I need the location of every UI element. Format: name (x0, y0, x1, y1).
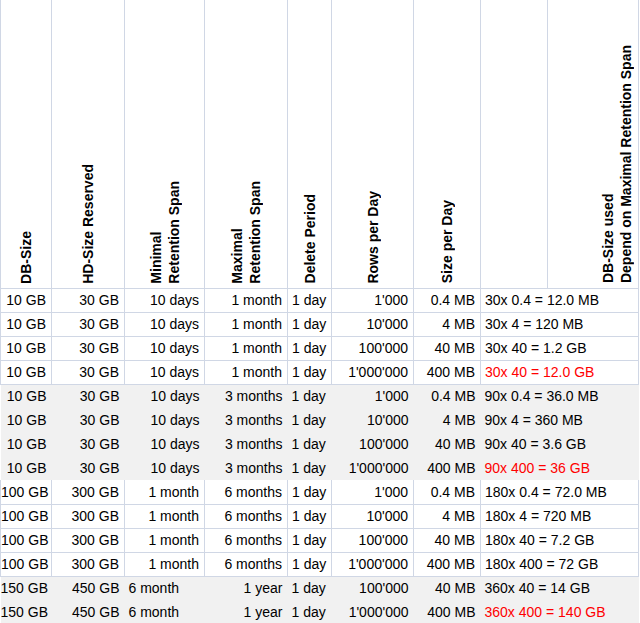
cell-minimal-retention-span: 1 month (125, 480, 205, 504)
table-row: 10 GB30 GB10 days3 months1 day10'0004 MB… (1, 408, 639, 432)
column-header-label: DB-Size used Depend on Maximal Retention… (599, 45, 635, 283)
table-row: 10 GB30 GB10 days3 months1 day100'00040 … (1, 432, 639, 456)
cell-maximal-retention-span: 6 months (205, 528, 288, 552)
cell-maximal-retention-span: 6 months (205, 480, 288, 504)
cell-db-size: 10 GB (1, 456, 52, 480)
cell-db-size: 10 GB (1, 336, 52, 360)
column-header-label: HD-Size Reserved (79, 164, 97, 284)
cell-size-per-day: 40 MB (414, 336, 481, 360)
cell-hd-size-reserved: 30 GB (52, 456, 125, 480)
table-header-row: DB-Size HD-Size Reserved Minimal Retenti… (1, 0, 639, 288)
cell-db-size: 100 GB (1, 528, 52, 552)
cell-rows-per-day: 1'000 (332, 480, 414, 504)
cell-maximal-retention-span: 3 months (205, 408, 288, 432)
cell-db-size-used: 30x 0.4 = 12.0 MB (481, 288, 639, 312)
cell-db-size: 10 GB (1, 360, 52, 384)
column-header-db-size: DB-Size (1, 0, 52, 288)
cell-rows-per-day: 100'000 (332, 528, 414, 552)
cell-db-size: 10 GB (1, 432, 52, 456)
cell-size-per-day: 4 MB (414, 408, 481, 432)
cell-maximal-retention-span: 1 month (205, 336, 288, 360)
cell-maximal-retention-span: 3 months (205, 456, 288, 480)
cell-size-per-day: 400 MB (414, 600, 481, 623)
column-header-label: Minimal Retention Span (147, 181, 183, 284)
cell-hd-size-reserved: 450 GB (52, 576, 125, 600)
column-header-size-per-day: Size per Day (414, 0, 481, 288)
cell-size-per-day: 40 MB (414, 528, 481, 552)
cell-size-per-day: 400 MB (414, 456, 481, 480)
column-header-label: Rows per Day (364, 191, 382, 284)
cell-delete-period: 1 day (288, 288, 332, 312)
cell-db-size-used: 180x 4 = 720 MB (481, 504, 639, 528)
column-header-delete-period: Delete Period (288, 0, 332, 288)
cell-db-size-used: 180x 400 = 72 GB (481, 552, 639, 576)
table-row: 150 GB450 GB6 month1 year1 day1'000'0004… (1, 600, 639, 623)
column-header-label: Delete Period (301, 194, 319, 283)
table-row: 10 GB30 GB10 days1 month1 day1'0000.4 MB… (1, 288, 639, 312)
table-row: 150 GB450 GB6 month1 year1 day100'00040 … (1, 576, 639, 600)
column-header-rows-per-day: Rows per Day (332, 0, 414, 288)
table-row: 10 GB30 GB10 days1 month1 day10'0004 MB3… (1, 312, 639, 336)
cell-delete-period: 1 day (288, 432, 332, 456)
cell-hd-size-reserved: 450 GB (52, 600, 125, 623)
cell-rows-per-day: 1'000 (332, 288, 414, 312)
cell-db-size-used: 180x 0.4 = 72.0 MB (481, 480, 639, 504)
cell-delete-period: 1 day (288, 456, 332, 480)
cell-maximal-retention-span: 1 year (205, 576, 288, 600)
table-row: 10 GB30 GB10 days1 month1 day1'000'00040… (1, 360, 639, 384)
cell-size-per-day: 400 MB (414, 552, 481, 576)
cell-rows-per-day: 10'000 (332, 408, 414, 432)
table-row: 100 GB300 GB1 month6 months1 day10'0004 … (1, 504, 639, 528)
cell-db-size-used: 30x 40 = 12.0 GB (481, 360, 639, 384)
cell-delete-period: 1 day (288, 384, 332, 408)
column-header-label: Maximal Retention Span (228, 181, 264, 284)
cell-maximal-retention-span: 6 months (205, 504, 288, 528)
cell-size-per-day: 4 MB (414, 312, 481, 336)
cell-rows-per-day: 100'000 (332, 576, 414, 600)
cell-maximal-retention-span: 6 months (205, 552, 288, 576)
cell-maximal-retention-span: 1 month (205, 360, 288, 384)
cell-minimal-retention-span: 10 days (125, 312, 205, 336)
cell-minimal-retention-span: 10 days (125, 336, 205, 360)
cell-delete-period: 1 day (288, 480, 332, 504)
cell-minimal-retention-span: 6 month (125, 600, 205, 623)
cell-maximal-retention-span: 3 months (205, 432, 288, 456)
cell-rows-per-day: 1'000'000 (332, 456, 414, 480)
table-row: 100 GB300 GB1 month6 months1 day100'0004… (1, 528, 639, 552)
cell-rows-per-day: 100'000 (332, 432, 414, 456)
cell-minimal-retention-span: 1 month (125, 552, 205, 576)
cell-db-size: 100 GB (1, 480, 52, 504)
cell-db-size-used: 180x 40 = 7.2 GB (481, 528, 639, 552)
cell-size-per-day: 400 MB (414, 360, 481, 384)
cell-db-size: 10 GB (1, 312, 52, 336)
cell-hd-size-reserved: 30 GB (52, 360, 125, 384)
cell-minimal-retention-span: 10 days (125, 432, 205, 456)
table-row: 10 GB30 GB10 days1 month1 day100'00040 M… (1, 336, 639, 360)
cell-hd-size-reserved: 30 GB (52, 336, 125, 360)
cell-delete-period: 1 day (288, 552, 332, 576)
cell-db-size: 150 GB (1, 600, 52, 623)
cell-db-size-used: 360x 400 = 140 GB (481, 600, 639, 623)
cell-db-size-used: 30x 40 = 1.2 GB (481, 336, 639, 360)
cell-delete-period: 1 day (288, 336, 332, 360)
cell-hd-size-reserved: 30 GB (52, 312, 125, 336)
cell-db-size-used: 360x 40 = 14 GB (481, 576, 639, 600)
cell-rows-per-day: 10'000 (332, 504, 414, 528)
cell-minimal-retention-span: 1 month (125, 528, 205, 552)
cell-delete-period: 1 day (288, 528, 332, 552)
cell-maximal-retention-span: 1 month (205, 288, 288, 312)
cell-size-per-day: 0.4 MB (414, 288, 481, 312)
cell-rows-per-day: 1'000'000 (332, 552, 414, 576)
cell-db-size: 100 GB (1, 552, 52, 576)
cell-delete-period: 1 day (288, 360, 332, 384)
cell-db-size: 10 GB (1, 288, 52, 312)
cell-size-per-day: 4 MB (414, 504, 481, 528)
cell-size-per-day: 0.4 MB (414, 480, 481, 504)
cell-delete-period: 1 day (288, 408, 332, 432)
cell-rows-per-day: 1'000'000 (332, 360, 414, 384)
column-header-hd-size-reserved: HD-Size Reserved (52, 0, 125, 288)
cell-minimal-retention-span: 1 month (125, 504, 205, 528)
cell-minimal-retention-span: 10 days (125, 384, 205, 408)
cell-delete-period: 1 day (288, 576, 332, 600)
table-body: 10 GB30 GB10 days1 month1 day1'0000.4 MB… (1, 288, 639, 623)
